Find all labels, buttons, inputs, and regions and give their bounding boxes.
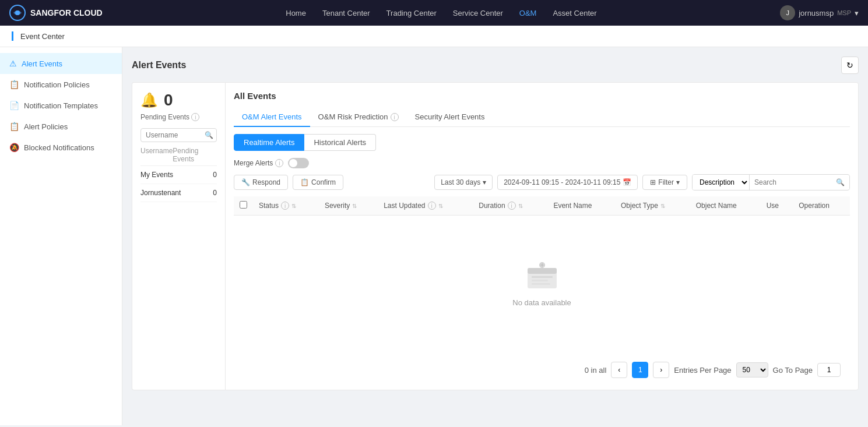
top-nav: SANGFOR CLOUD Home Tenant Center Trading… [0,0,868,26]
my-events-count: 0 [213,171,217,179]
all-events-container: 🔔 0 Pending Events i 🔍 Username Pending … [132,82,859,390]
sidebar-item-label-alert-policies: Alert Policies [24,122,68,131]
empty-icon [525,262,560,291]
col-pending: Pending Events [173,147,217,163]
entries-per-page-select[interactable]: 102050100 [736,362,768,377]
pending-label: Pending Events i [140,113,217,121]
status-sort-icon[interactable]: ⇅ [291,203,296,209]
th-operation: Operation [793,196,850,216]
sub-tab-group: Realtime Alerts Historical Alerts [234,134,850,151]
all-events-title: All Events [234,91,850,101]
avatar: J [780,5,795,20]
pending-row-my-events: My Events 0 [140,166,217,184]
sidebar-item-notification-templates[interactable]: 📄 Notification Templates [0,95,122,116]
nav-tenant-center[interactable]: Tenant Center [322,9,370,17]
pending-search-group: 🔍 [140,128,217,142]
main-layout: ⚠ Alert Events 📋 Notification Policies 📄… [0,47,868,425]
main-tab-group: O&M Alert Events O&M Risk Prediction i S… [234,108,850,127]
controls-row: Merge Alerts i [234,158,850,168]
select-all-checkbox[interactable] [240,201,247,209]
user-role: MSP [837,9,851,16]
nav-links: Home Tenant Center Trading Center Servic… [286,9,596,17]
alert-events-icon: ⚠ [9,59,17,68]
user-menu[interactable]: J jornusmsp MSP ▾ [780,5,859,20]
confirm-button[interactable]: 📋 Confirm [293,175,343,190]
filter-button[interactable]: ⊞ Filter ▾ [642,175,687,190]
status-info-icon: i [281,202,289,210]
search-input[interactable] [750,175,831,189]
pending-count: 0 [164,91,173,110]
severity-sort-icon[interactable]: ⇅ [352,203,357,209]
nav-asset-center[interactable]: Asset Center [553,9,596,17]
confirm-icon: 📋 [300,178,309,186]
sidebar-item-alert-events[interactable]: ⚠ Alert Events [0,53,122,74]
next-page-button[interactable]: › [653,362,669,378]
breadcrumb: Event Center [0,26,868,47]
svg-rect-3 [528,268,557,274]
respond-button[interactable]: 🔧 Respond [234,175,288,190]
page-header: Alert Events ↻ [132,57,859,74]
alert-policies-icon: 📋 [9,122,19,131]
svg-point-1 [15,10,20,15]
pagination-bar: 0 in all ‹ 1 › Entries Per Page 10205010… [234,354,850,382]
merge-alerts-toggle[interactable] [288,158,309,168]
nav-service-center[interactable]: Service Center [453,9,503,17]
sidebar-item-alert-policies[interactable]: 📋 Alert Policies [0,116,122,137]
tab-om-risk-prediction[interactable]: O&M Risk Prediction i [310,108,407,127]
date-range-button[interactable]: 2024-09-11 09:15 - 2024-10-11 09:15 📅 [497,175,638,190]
pending-info-icon: i [191,113,199,121]
sidebar-item-blocked-notifications[interactable]: 🔕 Blocked Notifications [0,137,122,158]
go-to-page-input[interactable] [817,363,841,377]
duration-info-icon: i [508,202,516,210]
tab-security-alert-events[interactable]: Security Alert Events [407,108,493,127]
sidebar-item-notification-policies[interactable]: 📋 Notification Policies [0,74,122,95]
breadcrumb-label: Event Center [20,32,65,41]
logo: SANGFOR CLOUD [9,5,103,21]
th-duration: Duration i ⇅ [473,196,547,216]
logo-text: SANGFOR CLOUD [30,8,103,17]
tab-om-alert-events[interactable]: O&M Alert Events [234,108,310,127]
svg-rect-10 [532,283,550,285]
sub-tab-realtime[interactable]: Realtime Alerts [234,134,304,151]
total-count: 0 in all [585,366,607,375]
object-type-sort-icon[interactable]: ⇅ [660,203,665,209]
th-use: Use [761,196,793,216]
search-button[interactable]: 🔍 [831,175,849,189]
nav-om[interactable]: O&M [519,9,537,17]
page-1-button[interactable]: 1 [632,362,648,378]
last-updated-sort-icon[interactable]: ⇅ [438,203,443,209]
refresh-button[interactable]: ↻ [841,57,859,74]
pending-search-icon: 🔍 [205,131,213,139]
preset-chevron-icon: ▾ [483,178,486,186]
empty-state: No data available [234,216,850,354]
th-event-name: Event Name [547,196,615,216]
jornustenant-label: Jornustenant [140,189,181,197]
action-bar: 🔧 Respond 📋 Confirm Last 30 days ▾ 2024-… [234,174,850,190]
search-group: Description 🔍 [692,174,850,190]
pending-row-jornustenant: Jornustenant 0 [140,184,217,202]
calendar-icon: 📅 [623,178,631,186]
date-preset-button[interactable]: Last 30 days ▾ [434,175,493,190]
user-dropdown-icon[interactable]: ▾ [855,9,859,17]
prev-page-button[interactable]: ‹ [611,362,627,378]
bell-icon: 🔔 [140,92,158,108]
nav-home[interactable]: Home [286,9,306,17]
main-content: Alert Events ↻ 🔔 0 Pending Events i � [122,47,868,425]
pending-table-header: Username Pending Events [140,142,217,166]
events-panel: All Events O&M Alert Events O&M Risk Pre… [225,82,859,390]
sidebar-item-label-alert-events: Alert Events [22,59,62,68]
search-type-select[interactable]: Description [693,175,750,190]
th-object-name: Object Name [690,196,761,216]
notification-policies-icon: 📋 [9,80,19,89]
entries-per-page-label: Entries Per Page [674,366,731,375]
duration-sort-icon[interactable]: ⇅ [518,203,523,209]
table-header-row: Status i ⇅ Severity ⇅ [234,196,850,216]
sub-tab-historical[interactable]: Historical Alerts [304,134,376,151]
toggle-knob [289,159,297,167]
blocked-notifications-icon: 🔕 [9,143,19,152]
sidebar: ⚠ Alert Events 📋 Notification Policies 📄… [0,47,122,425]
nav-trading-center[interactable]: Trading Center [386,9,437,17]
notification-templates-icon: 📄 [9,101,19,110]
events-table: Status i ⇅ Severity ⇅ [234,196,850,216]
merge-alerts-label: Merge Alerts i [234,159,283,167]
